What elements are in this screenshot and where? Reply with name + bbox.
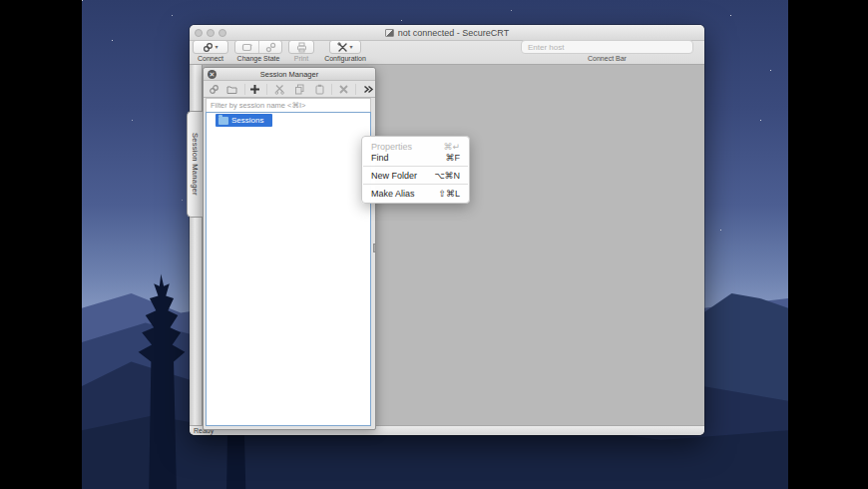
- folder-tree-icon[interactable]: [226, 84, 237, 95]
- connect-label: Connect: [193, 55, 228, 62]
- change-state-label: Change State: [229, 55, 287, 62]
- menu-separator: [363, 184, 468, 185]
- more-actions-chevron-icon[interactable]: [363, 84, 374, 95]
- panel-title: Session Manager: [260, 70, 318, 79]
- session-manager-side-tab[interactable]: Session Manager: [187, 111, 203, 218]
- chain-link-icon: [203, 42, 214, 53]
- menu-separator: [363, 166, 468, 167]
- menu-item-new-folder[interactable]: New Folder ⌥⌘N: [362, 170, 469, 181]
- titlebar[interactable]: not connected - SecureCRT: [190, 25, 704, 41]
- traffic-lights: [195, 29, 226, 37]
- configuration-label: Configuration: [323, 55, 367, 62]
- delete-icon[interactable]: [338, 84, 349, 95]
- session-area: Session Manager ✕ Session Manager: [190, 65, 704, 425]
- wrench-tools-icon: [337, 42, 348, 53]
- change-state-button[interactable]: [234, 40, 282, 54]
- shortcut-label: ⌘↵: [443, 142, 460, 152]
- session-tree[interactable]: Sessions: [206, 112, 371, 426]
- app-document-icon: [385, 29, 394, 37]
- panel-close-icon[interactable]: ✕: [208, 70, 217, 79]
- folder-icon: [218, 117, 228, 125]
- main-toolbar: ▾ Connect Change State Print: [190, 41, 704, 65]
- side-tab-label: Session Manager: [191, 133, 200, 196]
- menu-item-make-alias[interactable]: Make Alias ⇧⌘L: [362, 188, 469, 199]
- enter-host-input[interactable]: [521, 40, 693, 54]
- connect-bar-label: Connect Bar: [521, 55, 693, 62]
- panel-header[interactable]: ✕ Session Manager: [204, 68, 375, 81]
- session-manager-panel: ✕ Session Manager: [203, 67, 376, 430]
- context-menu: Properties ⌘↵ Find ⌘F New Folder ⌥⌘N Mak…: [361, 136, 470, 204]
- print-label: Print: [288, 55, 314, 62]
- connect-session-icon[interactable]: [209, 84, 219, 95]
- tree-item-sessions[interactable]: Sessions: [216, 114, 272, 127]
- close-window-button[interactable]: [195, 29, 203, 37]
- panel-toolbar: [204, 81, 375, 98]
- filter-sessions-input[interactable]: [206, 98, 371, 112]
- connect-button[interactable]: ▾: [193, 40, 228, 54]
- securecrt-window: not connected - SecureCRT ▾ Connect Chan: [190, 25, 704, 435]
- shortcut-label: ⌘F: [446, 153, 461, 163]
- configuration-button[interactable]: ▾: [329, 40, 361, 54]
- panel-resize-handle[interactable]: [373, 244, 376, 252]
- new-session-plus-icon[interactable]: [249, 84, 260, 95]
- menu-item-find[interactable]: Find ⌘F: [362, 152, 469, 163]
- paste-icon[interactable]: [314, 84, 325, 95]
- window-title: not connected - SecureCRT: [398, 28, 509, 38]
- cut-icon[interactable]: [274, 84, 285, 95]
- desktop: not connected - SecureCRT ▾ Connect Chan: [0, 0, 868, 489]
- disconnect-icon: [258, 41, 281, 53]
- printer-icon: [296, 42, 307, 53]
- zoom-window-button[interactable]: [218, 29, 226, 37]
- reconnect-loop-icon: [235, 41, 257, 53]
- chevron-down-icon: ▾: [349, 44, 352, 50]
- menu-item-properties[interactable]: Properties ⌘↵: [362, 141, 469, 152]
- shortcut-label: ⌥⌘N: [434, 171, 460, 181]
- shortcut-label: ⇧⌘L: [438, 189, 460, 199]
- print-button[interactable]: [288, 40, 314, 54]
- copy-icon[interactable]: [294, 84, 305, 95]
- tree-item-label: Sessions: [231, 116, 263, 125]
- minimize-window-button[interactable]: [207, 29, 215, 37]
- chevron-down-icon: ▾: [215, 44, 217, 50]
